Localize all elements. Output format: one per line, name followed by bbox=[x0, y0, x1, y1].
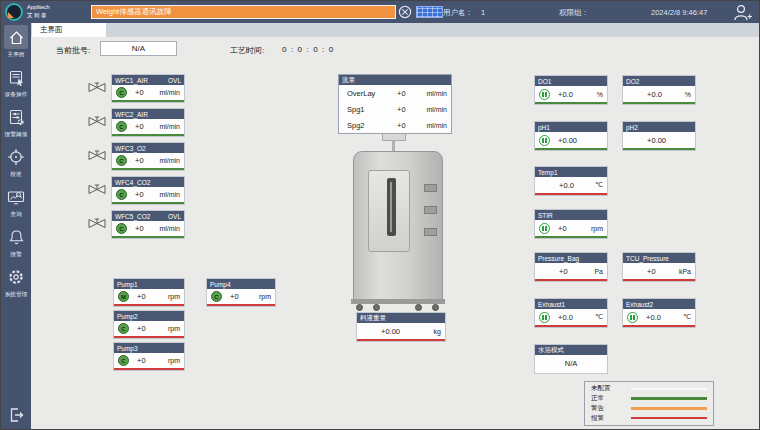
valve-icon-wfc1[interactable] bbox=[87, 80, 107, 95]
applitech-logo-text: Applitech艾 则 泰 bbox=[27, 4, 50, 19]
sensor-name: pH1 bbox=[538, 124, 550, 131]
valve-icon-wfc5[interactable] bbox=[87, 216, 107, 231]
bioreactor-vessel bbox=[353, 151, 443, 301]
flow-row-name: OverLay bbox=[347, 89, 375, 98]
device-operation-icon bbox=[4, 65, 28, 89]
sensor-name: pH2 bbox=[626, 124, 638, 131]
pause-indicator[interactable] bbox=[539, 89, 550, 100]
sensor-panel-stir[interactable]: STIR +0rpm bbox=[534, 209, 608, 239]
tab-main-screen[interactable]: 主界面 bbox=[32, 23, 106, 37]
pause-indicator[interactable] bbox=[539, 223, 550, 234]
tab-main-screen-label: 主界面 bbox=[40, 25, 63, 35]
pump-panel-1[interactable]: Pump1 M+0rpm bbox=[113, 278, 185, 307]
pause-indicator[interactable] bbox=[539, 312, 550, 323]
valve-value: +0 bbox=[135, 190, 144, 199]
valve-name: WFC1_AIR bbox=[115, 77, 148, 84]
sensor-panel-exhaust2[interactable]: Exhaust2 +0.0℃ bbox=[622, 298, 696, 328]
pump-state-indicator[interactable]: C bbox=[211, 291, 222, 302]
sidebar-item-device-operation[interactable]: 设备操作 bbox=[1, 65, 31, 105]
vessel-caster-wheel bbox=[373, 304, 380, 311]
pump-panel-3[interactable]: Pump3 C+0rpm bbox=[113, 342, 185, 371]
alarm-banner[interactable]: Weight传感器通讯故障 bbox=[91, 5, 396, 19]
vessel-fitting bbox=[424, 184, 437, 192]
valve-panel-wfc2[interactable]: WFC2_AIR C+0ml/min bbox=[111, 108, 185, 137]
sensor-panel-do1[interactable]: DO1 +0.0% bbox=[534, 75, 608, 105]
valve-panel-wfc3[interactable]: WFC3_O2 C+0ml/min bbox=[111, 142, 185, 171]
process-time-value: 0 : 0 : 0 : 0 bbox=[282, 45, 333, 54]
pump-state-indicator[interactable]: M bbox=[118, 291, 129, 302]
sidebar-label-main: 主界面 bbox=[7, 51, 24, 57]
sidebar-label-calibration: 校准 bbox=[10, 171, 21, 177]
batch-number-display[interactable]: N/A bbox=[100, 41, 177, 56]
pump-unit: rpm bbox=[168, 325, 180, 332]
sidebar-item-alarm[interactable]: 报警 bbox=[1, 225, 31, 265]
sensor-unit: Pa bbox=[594, 268, 603, 275]
valve-icon-wfc4[interactable] bbox=[87, 182, 107, 197]
sensor-value: N/A bbox=[565, 359, 578, 368]
flow-row-value: +0 bbox=[397, 89, 406, 98]
valve-state-indicator[interactable]: C bbox=[116, 121, 127, 132]
sensor-panel-exhaust1[interactable]: Exhaust1 +0.0℃ bbox=[534, 298, 608, 328]
legend-color-line bbox=[631, 407, 707, 410]
sensor-value: +0.0 bbox=[558, 313, 573, 322]
applitech-logo-icon bbox=[5, 3, 23, 21]
legend-label: 警告 bbox=[591, 404, 631, 413]
sensor-name: DO1 bbox=[538, 78, 551, 85]
sidebar-item-system[interactable]: 系统管理 bbox=[1, 265, 31, 305]
valve-state-indicator[interactable]: C bbox=[116, 155, 127, 166]
sidebar-label-device-operation: 设备操作 bbox=[5, 91, 28, 97]
valve-ovl-tag: OVL bbox=[168, 213, 181, 220]
valve-panel-wfc1[interactable]: WFC1_AIROVL C+0ml/min bbox=[111, 74, 185, 103]
pump-state-indicator[interactable]: C bbox=[118, 355, 129, 366]
sensor-unit: ℃ bbox=[595, 313, 603, 321]
sensor-value: +0 bbox=[647, 267, 656, 276]
vessel-sight-window bbox=[387, 178, 396, 236]
valve-icon-wfc2[interactable] bbox=[87, 114, 107, 129]
user-account-icon[interactable] bbox=[732, 3, 754, 25]
sensor-panel-ph2[interactable]: pH2 +0.00 bbox=[622, 121, 696, 151]
valve-value: +0 bbox=[135, 88, 144, 97]
username-label: 用户名： bbox=[443, 8, 473, 18]
sidebar-item-query[interactable]: 查询 bbox=[1, 185, 31, 225]
valve-panel-wfc5[interactable]: WFC5_CO2OVL C+0ml/min bbox=[111, 210, 185, 239]
pause-indicator[interactable] bbox=[627, 312, 638, 323]
sidebar-item-calibration[interactable]: 校准 bbox=[1, 145, 31, 185]
sidebar-item-main[interactable]: 主界面 bbox=[1, 25, 31, 65]
valve-unit: ml/min bbox=[159, 157, 180, 164]
batch-number-value: N/A bbox=[132, 44, 145, 53]
valve-state-indicator[interactable]: C bbox=[116, 189, 127, 200]
sensor-panel-tcu-pressure[interactable]: TCU_Pressure +0kPa bbox=[622, 252, 696, 282]
sidebar-item-alarm-threshold[interactable]: 报警阈值 bbox=[1, 105, 31, 145]
valve-icon-wfc3[interactable] bbox=[87, 148, 107, 163]
flow-row-name: Spg1 bbox=[347, 105, 365, 114]
weight-panel[interactable]: 料液重量 +0.00kg bbox=[356, 312, 446, 342]
sensor-unit: rpm bbox=[591, 225, 603, 232]
system-settings-icon bbox=[4, 265, 28, 289]
pump-panel-2[interactable]: Pump2 C+0rpm bbox=[113, 310, 185, 339]
sensor-name: TCU_Pressure bbox=[626, 255, 669, 262]
batch-label: 当前批号: bbox=[56, 45, 90, 56]
vessel-base-frame bbox=[351, 299, 445, 304]
sensor-unit: % bbox=[597, 91, 603, 98]
valve-state-indicator[interactable]: C bbox=[116, 223, 127, 234]
hmi-main-screen: Applitech艾 则 泰 Weight传感器通讯故障 用户名： 1 权限组：… bbox=[0, 0, 760, 430]
keyboard-icon[interactable] bbox=[416, 6, 443, 18]
valve-panel-wfc4[interactable]: WFC4_CO2 C+0ml/min bbox=[111, 176, 185, 205]
pump-panel-4[interactable]: Pump4 C+0rpm bbox=[206, 278, 276, 307]
weight-value: +0.00 bbox=[381, 327, 400, 336]
logout-icon[interactable] bbox=[4, 403, 28, 427]
alarm-mute-icon[interactable] bbox=[398, 5, 412, 23]
sensor-panel-water-bath-mode[interactable]: 水浴模式 N/A bbox=[534, 344, 608, 374]
legend-color-line bbox=[631, 388, 707, 391]
pump-unit: rpm bbox=[168, 357, 180, 364]
sidebar-label-query: 查询 bbox=[10, 211, 21, 217]
sensor-panel-do2[interactable]: DO2 +0.0% bbox=[622, 75, 696, 105]
pause-indicator[interactable] bbox=[539, 135, 550, 146]
pump-state-indicator[interactable]: C bbox=[118, 323, 129, 334]
pump-name: Pump2 bbox=[117, 313, 138, 320]
sensor-panel-pressure-bag[interactable]: Pressure_Bag +0Pa bbox=[534, 252, 608, 282]
sensor-name: Exhaust1 bbox=[538, 301, 565, 308]
sensor-panel-temp1[interactable]: Temp1 +0.0℃ bbox=[534, 166, 608, 196]
valve-state-indicator[interactable]: C bbox=[116, 87, 127, 98]
sensor-panel-ph1[interactable]: pH1 +0.00 bbox=[534, 121, 608, 151]
